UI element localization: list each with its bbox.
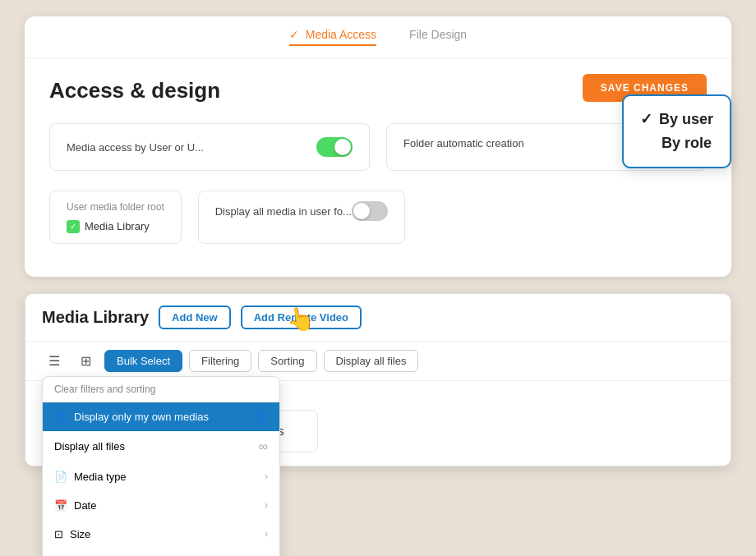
- tab-file-design[interactable]: File Design: [409, 28, 467, 46]
- dropdown-item-all-files[interactable]: Display all files ∞: [43, 431, 279, 462]
- folder-root-box: User media folder root ✓ Media Library: [49, 191, 182, 244]
- arrow-icon-date: ›: [265, 499, 268, 511]
- ml-title: Media Library: [42, 308, 149, 327]
- display-all-media-toggle[interactable]: [352, 201, 388, 221]
- dropdown-item-size[interactable]: ⊡ Size ›: [43, 520, 279, 549]
- folder-chip-label: Media Library: [85, 220, 150, 232]
- tab-media-access[interactable]: ✓ Media Access: [289, 28, 376, 46]
- filtering-button[interactable]: Filtering: [189, 350, 251, 372]
- tooltip-item-by-role: By role: [640, 131, 713, 155]
- dropdown-item-my-medias[interactable]: 👤 Display only my own medias 👤: [43, 402, 279, 431]
- tooltip-check-icon: ✓: [640, 108, 652, 131]
- tab-check-icon: ✓: [289, 28, 299, 41]
- sorting-button[interactable]: Sorting: [258, 350, 316, 372]
- dropdown-item-left-my-medias: 👤 Display only my own medias: [54, 411, 209, 423]
- media-library-panel: Media Library Add New Add Remote Video ☰…: [25, 293, 731, 466]
- arrow-icon-size: ›: [265, 528, 268, 540]
- media-access-label: Media access by User or U...: [67, 141, 204, 154]
- display-all-media-label: Display all media in user fo...: [215, 205, 352, 218]
- size-icon: ⊡: [54, 528, 63, 540]
- dropdown-header: Clear filters and sorting: [43, 377, 279, 402]
- dropdown-item-left-media-type: 📄 Media type: [54, 471, 127, 483]
- settings-row-top: Media access by User or U... Folder auto…: [49, 123, 707, 171]
- dropdown-item-left-size: ⊡ Size: [54, 528, 90, 540]
- add-new-button[interactable]: Add New: [159, 306, 231, 329]
- display-all-media-box: Display all media in user fo...: [198, 191, 405, 244]
- list-view-icon[interactable]: ☰: [42, 352, 67, 370]
- display-all-files-button[interactable]: Display all files: [324, 350, 419, 372]
- bulk-select-button[interactable]: Bulk Select: [104, 350, 182, 372]
- person-icon: 👤: [54, 411, 67, 423]
- folder-creation-label: Folder automatic creation: [403, 137, 524, 149]
- dropdown-item-date[interactable]: 📅 Date ›: [43, 491, 279, 520]
- calendar-icon: 📅: [54, 499, 67, 512]
- dropdown-item-media-type[interactable]: 📄 Media type ›: [43, 462, 279, 491]
- media-access-box: Media access by User or U...: [49, 123, 370, 171]
- dropdown-item-weight[interactable]: ⊞ Weight ›: [43, 549, 279, 557]
- media-access-toggle-row: Media access by User or U...: [67, 137, 353, 157]
- file-icon: 📄: [54, 471, 67, 483]
- ml-header: Media Library Add New Add Remote Video: [25, 294, 731, 342]
- folder-root-label: User media folder root: [67, 201, 164, 213]
- dropdown-item-left-date: 📅 Date: [54, 499, 96, 512]
- add-remote-video-button[interactable]: Add Remote Video: [241, 306, 362, 329]
- card-content: Access & design SAVE CHANGES Media acces…: [25, 58, 731, 277]
- media-access-toggle[interactable]: [316, 137, 353, 157]
- person-badge-icon: 👤: [255, 411, 268, 423]
- folder-check-icon: ✓: [67, 220, 80, 233]
- arrow-icon-media-type: ›: [265, 471, 268, 482]
- grid-view-icon[interactable]: ⊞: [73, 352, 98, 370]
- filter-dropdown: Clear filters and sorting 👤 Display only…: [42, 376, 280, 557]
- folder-chip: ✓ Media Library: [67, 220, 150, 233]
- ml-toolbar: ☰ ⊞ Bulk Select Filtering Sorting Displa…: [25, 342, 731, 381]
- display-all-media-row: Display all media in user fo...: [215, 201, 388, 221]
- tooltip-item-by-user: ✓ By user: [640, 108, 713, 131]
- infinity-icon: ∞: [259, 439, 268, 454]
- tab-bar: ✓ Media Access File Design: [25, 16, 731, 58]
- dropdown-item-left-all-files: Display all files: [54, 440, 125, 453]
- tooltip-popup: ✓ By user By role: [622, 94, 731, 168]
- settings-row-bottom: User media folder root ✓ Media Library D…: [49, 184, 707, 244]
